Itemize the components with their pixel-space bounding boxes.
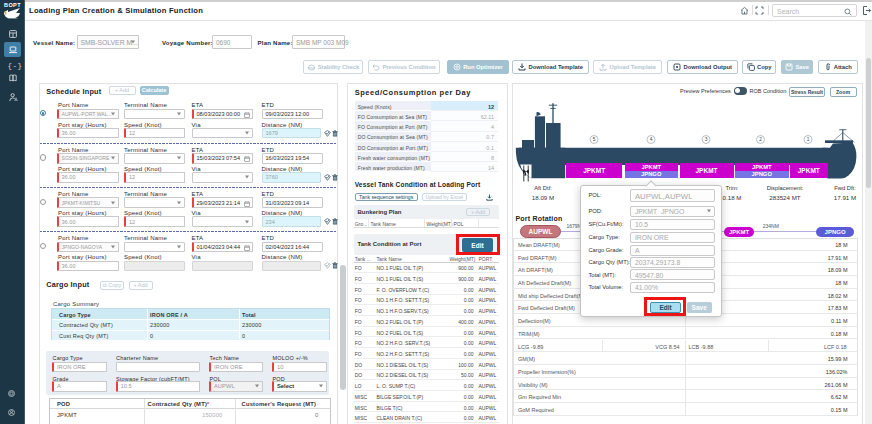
svg-text:3: 3	[705, 137, 708, 142]
svg-text:1: 1	[807, 137, 810, 142]
svg-text:5: 5	[593, 137, 596, 142]
svg-text:4: 4	[650, 137, 653, 142]
svg-text:2: 2	[759, 137, 762, 142]
